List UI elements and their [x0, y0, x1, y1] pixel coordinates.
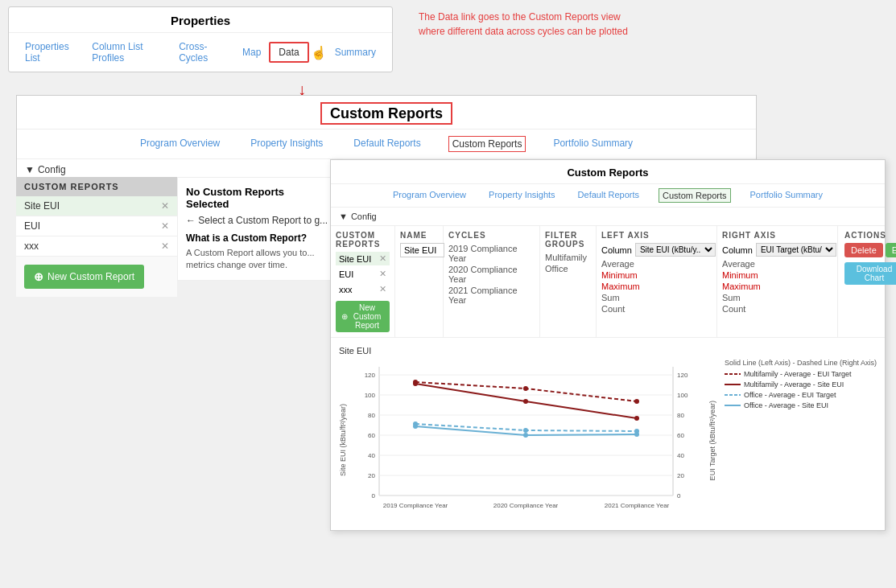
properties-nav: Properties List Column List Profiles Cro…: [9, 33, 392, 72]
legend-mf-eui-target: Multifamily - Average - EUI Target: [725, 370, 877, 378]
cycle-2020: 2020 Compliance Year: [448, 264, 535, 285]
left-axis-count: Count: [601, 303, 712, 315]
left-axis-sum: Sum: [601, 292, 712, 303]
config-report-site-eui[interactable]: Site EUI ✕: [336, 252, 390, 265]
svg-text:2020 Compliance Year: 2020 Compliance Year: [493, 502, 559, 509]
properties-card-title: Properties: [9, 7, 392, 33]
custom-reports-col-header: CUSTOM REPORTS: [336, 231, 390, 249]
outer-panel-title: Custom Reports: [17, 96, 756, 130]
right-axis-type-label: Column: [722, 245, 753, 255]
right-axis-maximum: Maximum: [722, 281, 832, 292]
triangle-down-icon: ▼: [25, 164, 35, 175]
svg-text:0: 0: [372, 492, 376, 500]
outer-tab-portfolio-summary[interactable]: Portfolio Summary: [550, 136, 636, 152]
off-eui-pt2: [523, 433, 528, 438]
svg-text:120: 120: [365, 372, 376, 379]
cycle-2019: 2019 Compliance Year: [448, 243, 535, 264]
chart-legend: Solid Line (Left Axis) - Dashed Line (Ri…: [721, 359, 877, 412]
detail-tab-custom-reports[interactable]: Custom Reports: [659, 188, 730, 203]
sidebar-report-xxx[interactable]: xxx ✕: [16, 236, 177, 257]
detail-nav-tabs: Program Overview Property Insights Defau…: [331, 184, 885, 208]
chart-svg: 0 20 40 60 80 100 120 0 20 40 60 80 100 …: [351, 359, 689, 520]
nav-summary[interactable]: Summary: [327, 43, 384, 61]
off-eui-pt1: [413, 424, 418, 429]
sidebar-report-xxx-name: xxx: [24, 241, 39, 252]
right-axis-sum: Sum: [722, 292, 832, 303]
left-axis-type-label: Column: [601, 245, 632, 255]
legend-mf-site-eui: Multifamily - Average - Site EUI: [725, 380, 877, 389]
config-filter-col: FILTER GROUPS Multifamily Office: [540, 226, 597, 337]
right-axis-type-row: Column EUI Target (kBtu/ft²...: [722, 243, 832, 257]
legend-solid-blue-icon: [725, 401, 741, 409]
svg-text:40: 40: [677, 452, 684, 459]
config-right-axis-col: RIGHT AXIS Column EUI Target (kBtu/ft²..…: [717, 226, 838, 337]
properties-card: Properties Properties List Column List P…: [8, 6, 393, 72]
svg-text:2019 Compliance Year: 2019 Compliance Year: [383, 502, 448, 509]
detail-tab-portfolio-summary[interactable]: Portfolio Summary: [747, 188, 826, 203]
outer-tab-default-reports[interactable]: Default Reports: [350, 136, 423, 152]
detail-tab-program-overview[interactable]: Program Overview: [390, 188, 469, 203]
detail-config-toggle[interactable]: ▼ Config: [331, 208, 885, 226]
cycle-2021: 2021 Compliance Year: [448, 285, 535, 306]
y-right-axis-label: EUI Target (kBtu/ft²/year): [708, 401, 716, 480]
action-btn-row: Delete Edit: [844, 243, 896, 259]
svg-text:80: 80: [368, 412, 375, 419]
legend-office-site-eui-label: Office - Average - Site EUI: [744, 401, 828, 409]
delete-button[interactable]: Delete: [844, 243, 883, 257]
detail-tab-default-reports[interactable]: Default Reports: [575, 188, 642, 203]
outer-tab-property-insights[interactable]: Property Insights: [247, 136, 326, 152]
left-axis-col-header: LEFT AXIS: [601, 231, 712, 240]
nav-cross-cycles[interactable]: Cross-Cycles: [171, 38, 234, 67]
config-report-xxx-close[interactable]: ✕: [379, 284, 386, 294]
detail-tab-property-insights[interactable]: Property Insights: [485, 188, 559, 203]
info-text: A Custom Report allows you to... metrics…: [186, 247, 329, 272]
nav-data[interactable]: Data: [269, 42, 308, 63]
custom-reports-label: CUSTOM REPORTS: [16, 177, 177, 196]
legend-dashed-darkred-icon: [725, 370, 741, 378]
sidebar-report-xxx-close[interactable]: ✕: [161, 241, 169, 252]
sidebar-report-site-eui[interactable]: Site EUI ✕: [16, 196, 177, 216]
name-col-header: NAME: [400, 231, 438, 240]
edit-button[interactable]: Edit: [886, 243, 896, 257]
sidebar-report-site-eui-name: Site EUI: [24, 200, 60, 212]
outer-tab-program-overview[interactable]: Program Overview: [137, 136, 223, 152]
outer-nav-tabs: Program Overview Property Insights Defau…: [17, 130, 756, 159]
config-report-xxx[interactable]: xxx ✕: [336, 282, 390, 296]
outer-tab-custom-reports[interactable]: Custom Reports: [448, 136, 526, 152]
download-chart-button[interactable]: Download Chart: [844, 262, 896, 285]
new-report-label: New Custom Report: [47, 271, 134, 282]
right-axis-select[interactable]: EUI Target (kBtu/ft²...: [756, 243, 836, 257]
nav-map[interactable]: Map: [234, 43, 269, 61]
legend-mf-site-eui-label: Multifamily - Average - Site EUI: [744, 380, 844, 389]
svg-text:2021 Compliance Year: 2021 Compliance Year: [605, 502, 670, 509]
left-axis-type-row: Column Site EUI (kBtu/y...: [601, 243, 712, 257]
right-axis-average: Average: [722, 258, 832, 269]
config-new-btn-label: New Custom Report: [350, 303, 384, 330]
svg-text:0: 0: [677, 492, 681, 500]
config-grid: CUSTOM REPORTS Site EUI ✕ EUI ✕ xxx ✕ ⊕ …: [331, 226, 885, 338]
mf-target-pt2: [523, 386, 528, 391]
config-report-xxx-name: xxx: [339, 285, 353, 294]
svg-text:120: 120: [677, 372, 688, 379]
chart-svg-wrapper: 0 20 40 60 80 100 120 0 20 40 60 80 100 …: [351, 359, 704, 522]
sidebar-report-eui-close[interactable]: ✕: [161, 220, 169, 232]
nav-properties-list[interactable]: Properties List: [17, 38, 84, 67]
config-report-eui-close[interactable]: ✕: [379, 269, 386, 279]
right-axis-col-header: RIGHT AXIS: [722, 231, 832, 240]
legend-mf-eui-target-label: Multifamily - Average - EUI Target: [744, 370, 852, 378]
legend-office-eui-target-label: Office - Average - EUI Target: [744, 391, 836, 399]
sidebar-new-report-button[interactable]: ⊕ New Custom Report: [24, 265, 144, 289]
config-new-report-button[interactable]: ⊕ New Custom Report: [336, 301, 390, 332]
sidebar-report-eui[interactable]: EUI ✕: [16, 216, 177, 236]
detail-triangle-icon: ▼: [339, 212, 348, 221]
sidebar-report-site-eui-close[interactable]: ✕: [161, 200, 169, 212]
svg-text:100: 100: [365, 392, 376, 399]
config-report-site-eui-close[interactable]: ✕: [379, 253, 386, 264]
config-toggle-label: Config: [38, 164, 66, 175]
svg-text:20: 20: [368, 472, 375, 479]
detail-panel-title: Custom Reports: [331, 160, 885, 184]
nav-column-list-profiles[interactable]: Column List Profiles: [84, 38, 171, 67]
name-field-input[interactable]: [400, 243, 444, 257]
left-axis-select[interactable]: Site EUI (kBtu/y...: [635, 243, 716, 257]
config-report-eui[interactable]: EUI ✕: [336, 267, 390, 281]
